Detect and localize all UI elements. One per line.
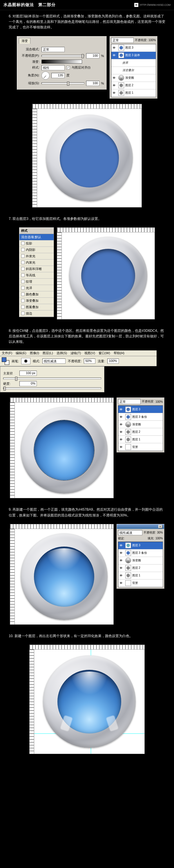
close-icon[interactable]: × [158, 525, 163, 528]
visibility-eye-icon[interactable]: 👁 [111, 84, 117, 87]
mode-select[interactable]: 线性减淡 [42, 359, 66, 364]
style-item[interactable]: 内发光 [20, 259, 54, 266]
style-item[interactable]: 等高线 [20, 272, 54, 279]
style-item[interactable]: 渐变叠加 [20, 298, 54, 304]
color-swatches[interactable] [2, 357, 9, 365]
layer-row[interactable]: 渐变叠加 [111, 67, 156, 74]
menu-item[interactable]: 图像(I) [30, 351, 39, 355]
layer-row[interactable]: 👁图层 3 副本 [111, 52, 156, 59]
brush-preview[interactable] [21, 358, 30, 364]
visibility-eye-icon[interactable]: 👁 [118, 574, 124, 577]
style-checkbox[interactable] [21, 305, 25, 309]
visibility-eye-icon[interactable]: 👁 [118, 438, 124, 441]
angle-input[interactable]: 135 [51, 73, 65, 78]
visibility-eye-icon[interactable]: 👁 [118, 408, 124, 411]
visibility-eye-icon[interactable]: 👁 [111, 46, 117, 50]
menu-item[interactable]: 视图(V) [84, 351, 95, 355]
layer-row[interactable]: 👁图层 1 [118, 436, 163, 443]
opacity-select[interactable]: 50% [84, 359, 95, 364]
layer-row[interactable]: 👁图层 2 [111, 82, 156, 89]
style-checkbox[interactable] [21, 273, 25, 277]
style-checkbox[interactable] [21, 299, 25, 302]
menu-item[interactable]: 帮助(H) [114, 351, 124, 355]
layer-row[interactable]: 👁渐变圈 [111, 74, 156, 82]
style-item[interactable]: 图案叠加 [20, 304, 54, 310]
menu-item[interactable]: 选择(S) [56, 351, 67, 355]
layer-row[interactable]: 👁图层 2 [118, 428, 163, 436]
visibility-eye-icon[interactable]: 👁 [118, 551, 124, 555]
layer-row[interactable]: 👁图层 1 [118, 572, 163, 580]
scale-input[interactable]: 100 [86, 81, 99, 86]
layer-row[interactable]: 👁背景 [118, 580, 163, 587]
layer-row[interactable]: 👁渐变圈 [118, 421, 163, 428]
style-checkbox[interactable] [21, 267, 25, 271]
menu-item[interactable]: 编辑(E) [16, 351, 26, 355]
visibility-eye-icon[interactable]: 👁 [111, 54, 117, 57]
flow-select[interactable]: 100% [107, 359, 119, 364]
layer-row[interactable]: 👁图层 3 备份 [118, 550, 163, 557]
canvas-6 [32, 104, 142, 208]
opacity-label: 不透明度(P): [20, 54, 40, 58]
hardness-slider[interactable] [3, 388, 101, 389]
layer-blend-select[interactable]: 线性减淡 [118, 530, 142, 535]
menu-item[interactable]: 窗口(W) [99, 351, 110, 355]
style-item[interactable]: 光泽 [20, 285, 54, 291]
visibility-eye-icon[interactable]: 👁 [118, 581, 124, 585]
layer-row[interactable]: 👁图层 2 [118, 564, 163, 572]
visibility-eye-icon[interactable]: 👁 [111, 91, 117, 95]
align-checkbox[interactable]: ✓ [67, 66, 70, 69]
scale-slider[interactable] [42, 83, 84, 84]
style-item[interactable]: 颜色叠加 [20, 291, 54, 298]
ruler-horizontal-icon [10, 398, 114, 402]
visibility-eye-icon[interactable]: 👁 [118, 445, 124, 449]
blend-options-head[interactable]: 混合选项:默认 [20, 234, 54, 241]
style-item[interactable]: 纹理 [20, 279, 54, 285]
visibility-eye-icon[interactable]: 👁 [118, 423, 124, 426]
style-checkbox[interactable] [21, 292, 25, 296]
style-checkbox[interactable] [21, 242, 25, 245]
visibility-eye-icon[interactable]: 👁 [118, 566, 124, 570]
menu-item[interactable]: 滤镜(T) [71, 351, 81, 355]
layer-blend-select[interactable]: 正常 [111, 38, 134, 43]
style-checkbox[interactable] [21, 254, 25, 258]
diameter-input[interactable]: 100 px [20, 371, 37, 376]
layer-row[interactable]: 效果 [111, 59, 156, 67]
layer-row[interactable]: 👁图层 3 [118, 542, 163, 550]
style-item[interactable]: 外发光 [20, 253, 54, 259]
tab-gradient[interactable]: 渐变 [19, 38, 30, 44]
style-checkbox[interactable] [21, 312, 25, 315]
visibility-eye-icon[interactable]: 👁 [118, 430, 124, 434]
style-item[interactable]: 描边 [20, 310, 54, 317]
visibility-eye-icon[interactable]: 👁 [118, 415, 124, 418]
opacity-input[interactable]: 100 [86, 53, 99, 58]
layer-row[interactable]: 👁图层 3 备份 [118, 413, 163, 421]
hardness-input[interactable]: 0% [20, 381, 37, 386]
visibility-eye-icon[interactable]: 👁 [111, 76, 117, 80]
layer-row[interactable]: 👁渐变圈 [118, 557, 163, 564]
blend-mode-select[interactable]: 正常 [42, 47, 65, 52]
layer-row[interactable]: 👁背景 [118, 443, 163, 451]
style-select[interactable]: 线性 [42, 65, 65, 70]
gradient-preview[interactable] [42, 60, 82, 64]
menu-item[interactable]: 图层(L) [43, 351, 53, 355]
style-item[interactable]: 投影 [20, 241, 54, 247]
layer-row[interactable]: 👁图层 3 [111, 44, 156, 52]
style-checkbox[interactable] [21, 248, 25, 251]
opacity-slider[interactable] [42, 55, 84, 57]
layer-blend-select[interactable]: 正常 [118, 399, 141, 404]
style-item[interactable]: 内阴影 [20, 247, 54, 253]
style-checkbox[interactable] [21, 261, 25, 264]
style-item[interactable]: 斜面和浮雕 [20, 266, 54, 272]
angle-dial[interactable] [42, 71, 50, 80]
foreground-swatch[interactable] [2, 357, 6, 362]
style-checkbox[interactable] [21, 280, 25, 283]
canvas-10 [29, 645, 145, 754]
layer-row[interactable]: 👁图层 3 [118, 406, 163, 413]
layer-row[interactable]: 👁图层 1 [111, 89, 156, 97]
visibility-eye-icon[interactable]: 👁 [118, 559, 124, 562]
menu-item[interactable]: 文件(F) [2, 351, 12, 355]
visibility-eye-icon[interactable]: 👁 [118, 544, 124, 547]
style-checkbox[interactable] [21, 286, 25, 290]
diameter-slider[interactable] [3, 378, 101, 379]
layer-opac-label: 不透明度: [135, 38, 147, 42]
